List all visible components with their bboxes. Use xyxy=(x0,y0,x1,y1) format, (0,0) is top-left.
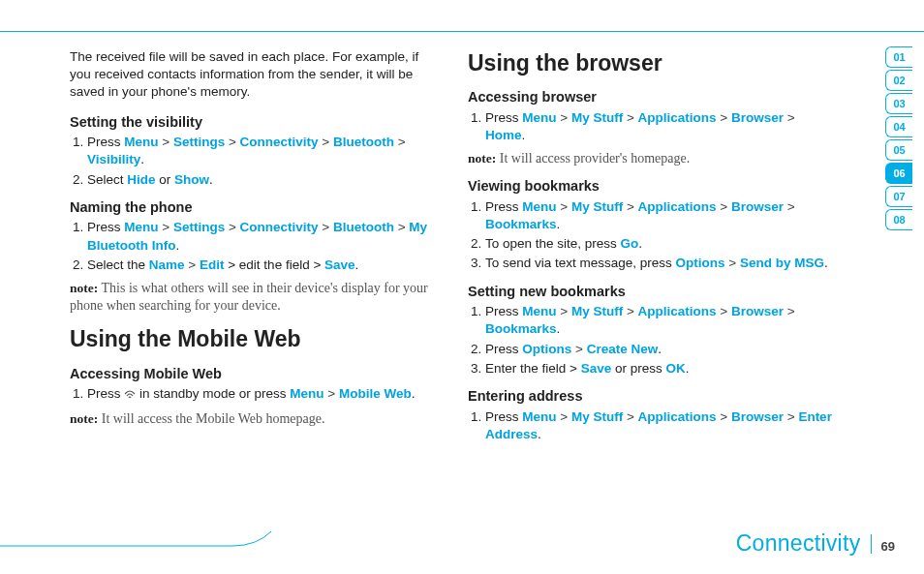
signal-icon xyxy=(124,387,136,405)
new-bookmarks-heading: Setting new bookmarks xyxy=(468,283,837,302)
step: Press Menu > My Stuff > Applications > B… xyxy=(485,198,837,233)
step: Select Hide or Show. xyxy=(87,171,439,189)
chapter-tab-08[interactable]: 08 xyxy=(885,209,912,230)
chapter-tab-03[interactable]: 03 xyxy=(885,93,912,114)
new-bookmarks-steps: Press Menu > My Stuff > Applications > B… xyxy=(485,303,837,378)
visibility-heading: Setting the visibility xyxy=(70,113,439,133)
intro-paragraph: The received file will be saved in each … xyxy=(70,48,439,102)
browser-heading: Using the browser xyxy=(468,48,837,78)
naming-heading: Naming the phone xyxy=(70,198,439,218)
step: Press Options > Create New. xyxy=(485,341,837,358)
chapter-tab-04[interactable]: 04 xyxy=(885,116,912,137)
right-column: Using the browser Accessing browser Pres… xyxy=(468,48,837,516)
kw-visibility: Visibility xyxy=(87,152,140,166)
mobile-web-note: note: It will access the Mobile Web home… xyxy=(70,410,439,428)
manual-page: The received file will be saved in each … xyxy=(0,0,924,574)
chapter-tab-06[interactable]: 06 xyxy=(885,163,912,184)
enter-address-steps: Press Menu > My Stuff > Applications > B… xyxy=(485,408,837,443)
step: Press Menu > Settings > Connectivity > B… xyxy=(87,219,439,254)
chapter-tab-01[interactable]: 01 xyxy=(885,46,912,68)
left-column: The received file will be saved in each … xyxy=(70,48,439,516)
step: To open the site, press Go. xyxy=(485,235,837,253)
view-bookmarks-steps: Press Menu > My Stuff > Applications > B… xyxy=(485,198,837,273)
access-browser-steps: Press Menu > My Stuff > Applications > B… xyxy=(485,109,837,144)
page-footer: Connectivity 69 xyxy=(736,530,895,557)
step: Enter the field > Save or press OK. xyxy=(485,360,837,378)
view-bookmarks-heading: Viewing bookmarks xyxy=(468,177,837,196)
kw-connectivity: Connectivity xyxy=(240,135,319,149)
step: Press Menu > My Stuff > Applications > B… xyxy=(485,109,837,144)
chapter-tab-07[interactable]: 07 xyxy=(885,186,912,207)
step: To send via text message, press Options … xyxy=(485,255,837,272)
chapter-tab-05[interactable]: 05 xyxy=(885,139,912,161)
access-browser-heading: Accessing browser xyxy=(468,88,837,107)
chapter-tabs: 0102030405060708 xyxy=(885,46,912,232)
naming-note: note: This is what others will see in th… xyxy=(70,280,439,315)
kw-hide: Hide xyxy=(127,172,155,187)
visibility-steps: Press Menu > Settings > Connectivity > B… xyxy=(87,134,439,189)
mobile-web-heading: Using the Mobile Web xyxy=(70,324,439,354)
footer-divider xyxy=(871,534,872,554)
enter-address-heading: Entering address xyxy=(468,387,837,407)
top-rule xyxy=(0,31,924,32)
kw-settings: Settings xyxy=(173,135,225,149)
step: Select the Name > Edit > edit the field … xyxy=(87,257,439,274)
footer-section-title: Connectivity xyxy=(736,530,861,557)
access-mobile-web-heading: Accessing Mobile Web xyxy=(70,365,439,384)
footer-swoosh xyxy=(0,529,281,547)
kw-bluetooth: Bluetooth xyxy=(333,135,394,149)
mobile-web-steps: Press in standby mode or press Menu > Mo… xyxy=(87,385,439,405)
naming-steps: Press Menu > Settings > Connectivity > B… xyxy=(87,219,439,274)
step: Press Menu > My Stuff > Applications > B… xyxy=(485,408,837,443)
page-number: 69 xyxy=(881,539,895,554)
chapter-tab-02[interactable]: 02 xyxy=(885,70,912,91)
kw-menu: Menu xyxy=(124,135,158,149)
step: Press Menu > My Stuff > Applications > B… xyxy=(485,303,837,338)
browser-note: note: It will access provider's homepage… xyxy=(468,150,837,167)
step: Press Menu > Settings > Connectivity > B… xyxy=(87,134,439,168)
step: Press in standby mode or press Menu > Mo… xyxy=(87,385,439,405)
kw-show: Show xyxy=(174,172,209,187)
content-columns: The received file will be saved in each … xyxy=(70,48,837,516)
